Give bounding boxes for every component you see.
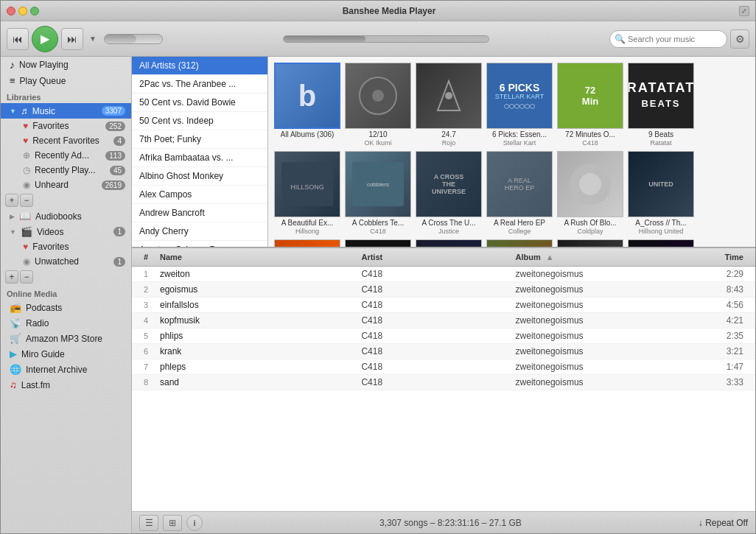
list-view-button[interactable]: ☰ — [139, 515, 158, 531]
minimize-button[interactable] — [18, 7, 27, 15]
artist-item[interactable]: Andrew Bancroft — [132, 204, 267, 222]
playback-dropdown[interactable]: ▼ — [88, 35, 98, 43]
play-button[interactable]: ▶ — [32, 26, 58, 52]
sidebar-item-podcasts[interactable]: 📻 Podcasts — [1, 300, 131, 315]
album-item[interactable]: RATATATBEATS 9 Beats Ratatat — [628, 63, 694, 147]
album-cover[interactable]: UNITED — [628, 151, 694, 217]
sidebar-item-radio[interactable]: 📡 Radio — [1, 315, 131, 331]
track-row[interactable]: 5 phlips C418 zweitonegoismus 2:35 — [132, 329, 755, 344]
album-item[interactable]: 6 PICKS STELLAR KART ⬡⬡⬡⬡⬡⬡ 6 Picks: Ess… — [486, 63, 553, 147]
album-item[interactable]: 24.7 Rojo — [416, 63, 482, 147]
track-row[interactable]: 8 sand C418 zweitonegoismus 3:33 — [132, 375, 755, 390]
sidebar-item-amazon[interactable]: 🛒 Amazon MP3 Store — [1, 331, 131, 346]
sidebar-item-miro[interactable]: ▶ Miro Guide — [1, 346, 131, 362]
prev-button[interactable]: ⏮ — [7, 28, 29, 50]
album-item[interactable]: HILLSONG A Beautiful Ex... Hillsong — [274, 151, 340, 235]
maximize-button[interactable] — [30, 7, 39, 15]
artist-item[interactable]: 7th Poet; Funky — [132, 130, 267, 149]
album-item[interactable]: Diamond — [628, 239, 694, 247]
album-cover[interactable]: RATATATBEATS — [628, 63, 694, 129]
album-artist: C418 — [582, 139, 598, 147]
album-item[interactable]: UNITED United — [416, 239, 482, 247]
info-button[interactable]: i — [186, 515, 203, 531]
artist-item[interactable]: Afrika Bambaataa vs. ... — [132, 149, 267, 167]
artist-item[interactable]: Albino Ghost Monkey — [132, 167, 267, 186]
unwatched-icon: ◉ — [23, 256, 30, 267]
artist-item[interactable]: 50 Cent vs. Indeep — [132, 112, 267, 130]
add-video-button[interactable]: + — [5, 270, 18, 284]
artist-item-all[interactable]: All Artists (312) — [132, 57, 267, 75]
album-cover[interactable]: 6 PICKS STELLAR KART ⬡⬡⬡⬡⬡⬡ — [486, 63, 553, 129]
album-cover[interactable]: 72Min — [557, 63, 623, 129]
track-row[interactable]: 1 zweiton C418 zweitonegoismus 2:29 — [132, 267, 755, 282]
track-row[interactable]: 7 phleps C418 zweitonegoismus 1:47 — [132, 359, 755, 375]
sidebar-item-favorites[interactable]: ♥ Favorites 252 — [1, 119, 131, 133]
track-name: phlips — [154, 331, 355, 341]
album-item[interactable]: Dark Album — [345, 239, 411, 247]
progress-bar[interactable] — [283, 35, 489, 43]
toolbar: ⏮ ▶ ⏭ ▼ 🔍 ⚙ — [1, 21, 755, 57]
album-item[interactable]: A REALHERO EP A Real Hero EP College — [486, 151, 553, 235]
sidebar-item-music[interactable]: ▼ ♬ Music 3307 — [1, 103, 131, 119]
sidebar-item-unwatched[interactable]: ◉ Unwatched 1 — [1, 254, 131, 269]
album-item[interactable]: Night Album — [557, 239, 623, 247]
sidebar-item-now-playing[interactable]: ♪ Now Playing — [1, 57, 131, 73]
album-cover[interactable] — [486, 239, 553, 247]
album-item[interactable]: 12/10 OK Ikumi — [345, 63, 411, 147]
title-bar: Banshee Media Player ⤢ — [1, 1, 755, 21]
album-cover[interactable] — [628, 239, 694, 247]
album-cover[interactable] — [557, 151, 623, 217]
track-row[interactable]: 2 egoismus C418 zweitonegoismus 8:43 — [132, 282, 755, 298]
album-cover-all[interactable]: b — [274, 63, 340, 129]
album-cover[interactable] — [557, 239, 623, 247]
sidebar-item-internet-archive[interactable]: 🌐 Internet Archive — [1, 362, 131, 377]
track-name: phleps — [154, 362, 355, 372]
sidebar-item-lastfm[interactable]: ♫ Last.fm — [1, 377, 131, 393]
grid-view-button[interactable]: ⊞ — [163, 515, 182, 531]
album-item[interactable]: Bird Album — [486, 239, 553, 247]
sidebar-item-recent-favorites[interactable]: ♥ Recent Favorites 4 — [1, 133, 131, 148]
volume-slider[interactable] — [104, 34, 163, 44]
sidebar-item-play-queue[interactable]: ≡ Play Queue — [1, 73, 131, 88]
artist-item[interactable]: 50 Cent vs. David Bowie — [132, 94, 267, 112]
track-row[interactable]: 6 krank C418 zweitonegoismus 3:21 — [132, 344, 755, 359]
remove-music-button[interactable]: − — [20, 194, 33, 207]
remove-video-button[interactable]: − — [20, 270, 33, 284]
sidebar-item-audiobooks[interactable]: ▶ 📖 Audiobooks — [1, 208, 131, 224]
album-item[interactable]: 72Min 72 Minutes O... C418 — [557, 63, 623, 147]
album-item[interactable]: A CROSSTHEUNIVERSE A Cross The U... Just… — [416, 151, 482, 235]
album-cover[interactable]: A REALHERO EP — [486, 151, 553, 217]
track-row[interactable]: 3 einfallslos C418 zweitonegoismus 4:56 — [132, 298, 755, 313]
track-row[interactable]: 4 kopfmusik C418 zweitonegoismus 4:21 — [132, 313, 755, 329]
album-cover[interactable] — [345, 63, 411, 129]
album-cover[interactable]: HILLSONG — [274, 151, 340, 217]
repeat-button[interactable]: ↓ Repeat Off — [699, 518, 748, 528]
album-cover[interactable] — [345, 239, 411, 247]
album-item[interactable]: FUNKYACCESO... Funky Acceso... — [274, 239, 340, 247]
title-bar-expand-icon[interactable]: ⤢ — [739, 6, 749, 16]
sidebar-item-unheard[interactable]: ◉ Unheard 2619 — [1, 178, 131, 192]
close-button[interactable] — [7, 7, 15, 15]
artist-item[interactable]: Andy Cherry — [132, 222, 267, 241]
album-cover[interactable]: A CROSSTHEUNIVERSE — [416, 151, 482, 217]
album-cover[interactable]: UNITED — [416, 239, 482, 247]
artist-item[interactable]: Alex Campos — [132, 186, 267, 204]
sidebar-item-videos[interactable]: ▼ 🎬 Videos 1 — [1, 224, 131, 239]
artist-item[interactable]: Aperture Science Psyc... — [132, 241, 267, 247]
album-item[interactable]: UNITED A_Cross // Th... Hillsong United — [628, 151, 694, 235]
album-cover[interactable]: cobblers — [345, 151, 411, 217]
search-input[interactable] — [609, 30, 727, 48]
album-cover[interactable] — [416, 63, 482, 129]
album-item-all[interactable]: b All Albums (306) — [274, 63, 340, 147]
album-cover[interactable]: FUNKYACCESO... — [274, 239, 340, 247]
album-item[interactable]: cobblers A Cobblers Te... C418 — [345, 151, 411, 235]
next-button[interactable]: ⏭ — [61, 28, 83, 50]
settings-button[interactable]: ⚙ — [730, 29, 749, 49]
sidebar-item-vid-favorites[interactable]: ♥ Favorites — [1, 239, 131, 254]
sort-arrow-icon[interactable]: ▲ — [546, 253, 554, 261]
sidebar-item-recently-played[interactable]: ◷ Recently Play... 45 — [1, 163, 131, 178]
sidebar-item-recently-added[interactable]: ⊕ Recently Ad... 113 — [1, 148, 131, 163]
album-item[interactable]: A Rush Of Blo... Coldplay — [557, 151, 623, 235]
add-music-button[interactable]: + — [5, 194, 18, 207]
artist-item[interactable]: 2Pac vs. The Aranbee ... — [132, 75, 267, 94]
